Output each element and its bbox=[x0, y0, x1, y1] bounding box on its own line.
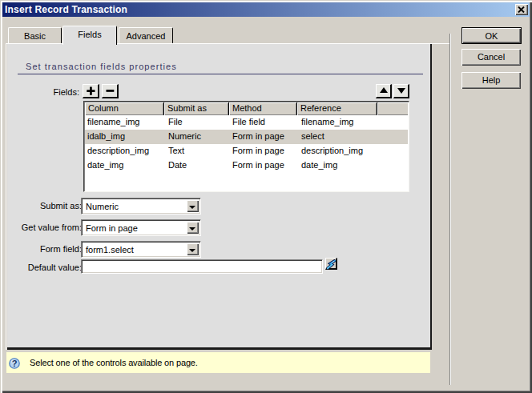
svg-text:?: ? bbox=[12, 359, 18, 368]
